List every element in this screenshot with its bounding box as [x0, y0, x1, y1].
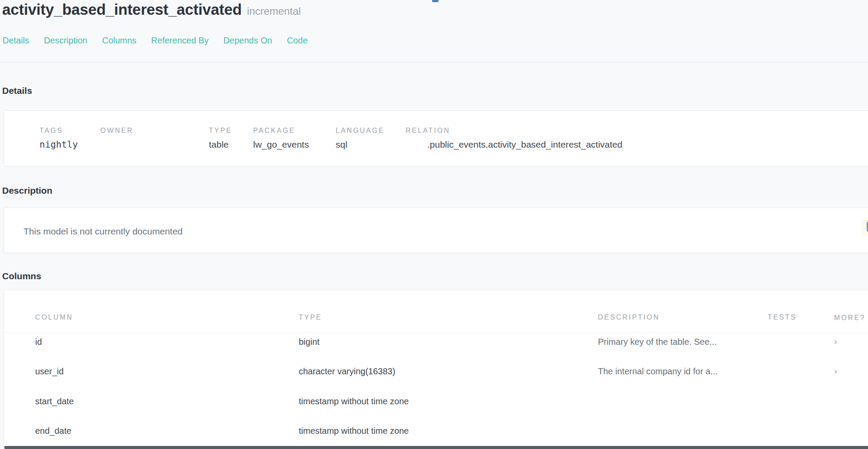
table-row[interactable]: id bigint Primary key of the table. See.… [4, 337, 868, 365]
columns-card: COLUMN TYPE DESCRIPTION TESTS MORE? id b… [3, 290, 868, 449]
column-header-type: TYPE [299, 314, 322, 321]
chevron-right-icon[interactable]: › [834, 366, 837, 375]
column-header-tests: TESTS [768, 314, 797, 321]
column-header-more: MORE? [834, 314, 865, 322]
details-card: TAGS nightly OWNER TYPE table PACKAGE lw… [3, 110, 868, 166]
description-text: This model is not currently documented [23, 226, 183, 237]
column-name: start_date [35, 396, 74, 406]
package-label: PACKAGE [253, 127, 295, 135]
owner-label: OWNER [100, 127, 133, 135]
table-row[interactable]: start_date timestamp without time zone [4, 396, 868, 424]
relation-label: RELATION [406, 127, 450, 135]
clipped-artifact-top [432, 0, 439, 2]
nav-link-code[interactable]: Code [287, 36, 308, 46]
chevron-right-icon[interactable]: › [834, 337, 837, 346]
nav-link-columns[interactable]: Columns [102, 36, 136, 46]
column-name: user_id [35, 366, 64, 376]
nav-link-depends-on[interactable]: Depends On [223, 36, 272, 46]
language-label: LANGUAGE [336, 127, 385, 135]
nav-link-details[interactable]: Details [3, 36, 29, 46]
details-section-heading: Details [2, 86, 32, 96]
page-header: activity_based_interest_activatedincreme… [2, 1, 301, 18]
column-type: bigint [299, 337, 320, 347]
package-value: lw_go_events [253, 139, 309, 150]
column-description: The internal company id for a... [598, 366, 718, 376]
nav-link-description[interactable]: Description [44, 36, 87, 46]
column-name: id [35, 337, 42, 347]
column-header-column: COLUMN [35, 314, 73, 321]
column-type: timestamp without time zone [299, 396, 409, 406]
type-label: TYPE [209, 127, 232, 135]
materialization-badge: incremental [247, 5, 301, 17]
column-description: Primary key of the table. See... [598, 337, 716, 347]
language-value: sql [336, 139, 347, 150]
model-docs-page: activity_based_interest_activatedincreme… [0, 0, 868, 449]
column-header-description: DESCRIPTION [598, 314, 660, 321]
table-header-divider [4, 332, 868, 333]
columns-section-heading: Columns [2, 271, 41, 281]
clipped-bottom-strip [4, 446, 868, 449]
column-type: character varying(16383) [299, 366, 395, 376]
table-row[interactable]: user_id character varying(16383) The int… [4, 366, 868, 394]
column-name: end_date [35, 426, 71, 436]
columns-table-header: COLUMN TYPE DESCRIPTION TESTS MORE? [4, 314, 868, 323]
column-type: timestamp without time zone [299, 426, 409, 436]
tag-nightly-link[interactable]: nightly [40, 139, 78, 150]
page-title: activity_based_interest_activated [2, 1, 242, 18]
tags-label: TAGS [40, 127, 63, 135]
description-card: This model is not currently documented [3, 208, 868, 253]
relation-value: .public_events.activity_based_interest_a… [427, 139, 622, 150]
description-section-heading: Description [2, 185, 53, 196]
anchor-nav: Details Description Columns Referenced B… [3, 36, 308, 46]
type-value: table [209, 139, 229, 150]
nav-link-referenced-by[interactable]: Referenced By [151, 36, 208, 46]
header-divider [0, 62, 868, 63]
